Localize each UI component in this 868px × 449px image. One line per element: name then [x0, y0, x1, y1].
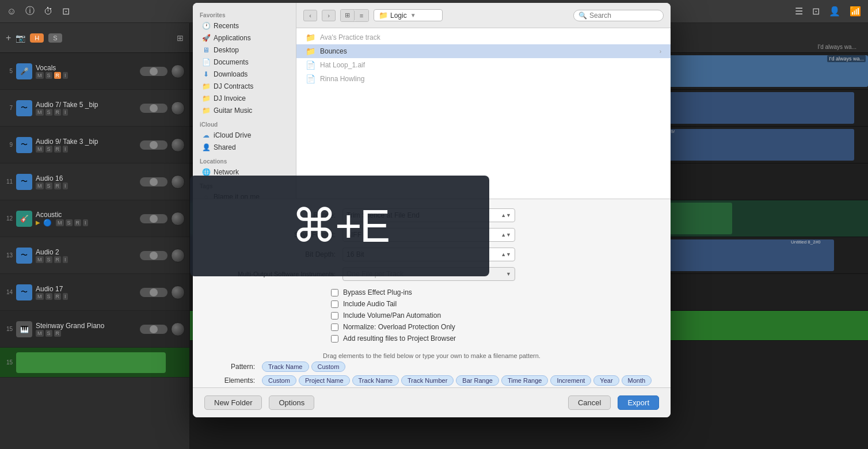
track-fader[interactable] [140, 251, 167, 260]
track-knob[interactable] [171, 101, 185, 115]
sidebar-item-shared[interactable]: 👤 Shared [195, 142, 294, 153]
mute-btn[interactable]: M [36, 330, 44, 337]
back-button[interactable]: ‹ [303, 10, 317, 21]
solo-btn[interactable]: S [45, 293, 52, 300]
mute-btn[interactable]: M [36, 256, 44, 263]
file-item[interactable]: 📁 Bounces › [296, 44, 671, 58]
sidebar-item-guitar-music[interactable]: 📁 Guitar Music [195, 105, 294, 116]
plus-icon[interactable]: + [6, 33, 11, 43]
solo-btn[interactable]: S [45, 182, 52, 189]
track-fader[interactable] [140, 67, 167, 76]
track-knob[interactable] [171, 138, 185, 152]
element-tag-month[interactable]: Month [622, 375, 652, 386]
h-button[interactable]: H [30, 33, 44, 43]
search-input[interactable] [589, 12, 658, 20]
input-btn[interactable]: I [83, 219, 88, 226]
solo-btn[interactable]: S [45, 256, 52, 263]
menu-icon: ☰ [795, 6, 803, 17]
track-knob[interactable] [171, 212, 185, 226]
folder-location-icon: 📁 [379, 11, 388, 20]
mute-btn[interactable]: M [36, 72, 44, 79]
new-folder-button[interactable]: New Folder [204, 395, 262, 410]
sidebar-item-recents[interactable]: 🕐 Recents [195, 20, 294, 32]
icloud-icon: ☁ [202, 131, 210, 139]
track-fader[interactable] [140, 177, 167, 187]
track-knob[interactable] [171, 175, 185, 189]
grid-view-button[interactable]: ⊞ [341, 10, 355, 21]
track-knob[interactable] [171, 64, 185, 78]
record-btn[interactable]: R [74, 219, 82, 226]
solo-btn[interactable]: S [66, 219, 73, 226]
solo-btn[interactable]: S [45, 72, 52, 79]
mute-btn[interactable]: M [36, 109, 44, 116]
input-btn[interactable]: I [63, 293, 68, 300]
track-controls: M S R I [36, 72, 134, 79]
element-tag-bar-range[interactable]: Bar Range [456, 375, 499, 386]
record-btn[interactable]: R [54, 182, 62, 189]
file-item[interactable]: 📄 Rinna Howling [296, 72, 671, 86]
record-btn[interactable]: R [54, 293, 62, 300]
element-tag-project-name[interactable]: Project Name [299, 375, 350, 386]
add-to-browser-checkbox[interactable] [331, 335, 338, 343]
pattern-tag-trackname[interactable]: Track Name [262, 362, 309, 372]
track-fader[interactable] [140, 214, 167, 223]
file-item[interactable]: 📁 Ava's Practice track [296, 31, 671, 44]
sidebar-item-icloud-drive[interactable]: ☁ iCloud Drive [195, 130, 294, 141]
sidebar-item-dj-contracts[interactable]: 📁 DJ Contracts [195, 81, 294, 92]
track-fader[interactable] [140, 325, 167, 334]
list-view-button[interactable]: ≡ [355, 10, 368, 21]
sidebar-item-desktop[interactable]: 🖥 Desktop [195, 44, 294, 56]
volume-pan-checkbox[interactable] [331, 312, 338, 319]
mute-btn[interactable]: M [36, 146, 44, 153]
sidebar-item-applications[interactable]: 🚀 Applications [195, 32, 294, 44]
track-row: 15 🎹 Steinway Grand Piano M S R [0, 311, 189, 348]
camera-icon[interactable]: 📷 [16, 33, 25, 43]
cancel-button[interactable]: Cancel [568, 395, 611, 410]
sidebar-item-label: Guitar Music [214, 106, 252, 115]
sidebar-item-dj-invoice[interactable]: 📁 DJ Invoice [195, 93, 294, 104]
sidebar-item-documents[interactable]: 📄 Documents [195, 56, 294, 68]
elements-row: Elements: Custom Project Name Track Name… [204, 375, 659, 386]
element-tag-track-name[interactable]: Track Name [352, 375, 399, 386]
record-btn[interactable]: R [54, 330, 62, 337]
solo-btn[interactable]: S [45, 109, 52, 116]
element-tag-track-number[interactable]: Track Number [401, 375, 454, 386]
record-btn[interactable]: R [54, 72, 62, 79]
element-tag-custom[interactable]: Custom [262, 375, 296, 386]
track-icon: 🎤 [16, 63, 32, 79]
bypass-checkbox[interactable] [331, 289, 338, 296]
screenshot-icon[interactable]: ⊞ [177, 33, 184, 43]
audio-tail-checkbox[interactable] [331, 300, 338, 308]
solo-btn[interactable]: S [45, 146, 52, 153]
mute-btn[interactable]: M [36, 182, 44, 189]
input-btn[interactable]: I [63, 109, 68, 116]
element-tag-time-range[interactable]: Time Range [501, 375, 549, 386]
input-btn[interactable]: I [63, 72, 68, 79]
record-btn[interactable]: R [54, 146, 62, 153]
export-button[interactable]: Export [618, 395, 659, 410]
sidebar-item-downloads[interactable]: ⬇ Downloads [195, 69, 294, 80]
input-btn[interactable]: I [63, 256, 68, 263]
record-btn[interactable]: R [54, 109, 62, 116]
normalize-checkbox[interactable] [331, 324, 338, 331]
record-btn[interactable]: R [54, 256, 62, 263]
forward-button[interactable]: › [322, 10, 336, 21]
mute-btn[interactable]: M [56, 219, 64, 226]
mute-btn[interactable]: M [36, 293, 44, 300]
s-button[interactable]: S [48, 33, 62, 43]
pattern-tag-custom[interactable]: Custom [311, 362, 346, 372]
track-fader[interactable] [140, 288, 167, 297]
checkboxes-area: Bypass Effect Plug-ins Include Audio Tai… [204, 287, 659, 344]
element-tag-year[interactable]: Year [593, 375, 619, 386]
options-button[interactable]: Options [269, 395, 314, 410]
input-btn[interactable]: I [63, 146, 68, 153]
track-knob[interactable] [171, 249, 185, 262]
track-knob[interactable] [171, 286, 185, 299]
track-knob[interactable] [171, 322, 185, 336]
solo-btn[interactable]: S [45, 330, 52, 337]
input-btn[interactable]: I [63, 182, 68, 189]
file-item[interactable]: 📄 Hat Loop_1.aif [296, 58, 671, 72]
element-tag-increment[interactable]: Increment [550, 375, 591, 386]
track-fader[interactable] [140, 104, 167, 113]
track-fader[interactable] [140, 140, 167, 150]
